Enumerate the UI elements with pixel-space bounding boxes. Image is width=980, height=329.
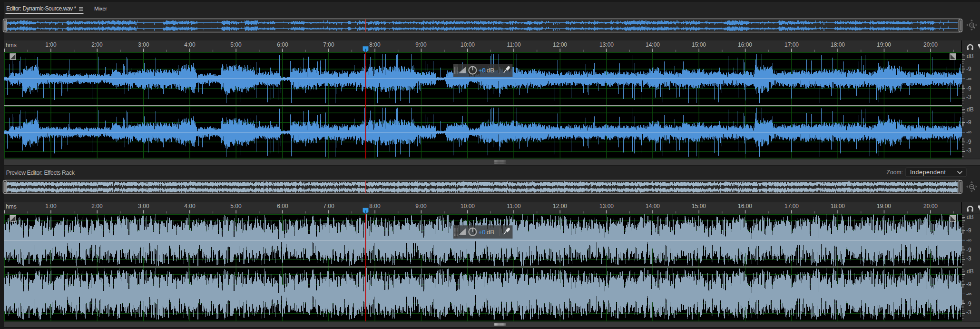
svg-text:13:00: 13:00	[599, 203, 614, 209]
svg-text:-3: -3	[966, 309, 971, 316]
svg-text:dB: dB	[967, 268, 974, 275]
svg-text:hms: hms	[6, 42, 17, 49]
svg-text:-9: -9	[966, 139, 971, 145]
svg-text:11:00: 11:00	[507, 41, 520, 48]
svg-text:hms: hms	[6, 203, 17, 210]
svg-text:11:00: 11:00	[507, 203, 520, 209]
svg-text:-∞: -∞	[966, 129, 972, 135]
svg-text:-∞: -∞	[966, 76, 972, 81]
svg-text:16:00: 16:00	[738, 203, 752, 209]
svg-text:-9: -9	[966, 66, 971, 72]
svg-text:18:00: 18:00	[831, 41, 845, 48]
svg-text:Preview Editor: Effects Rack: Preview Editor: Effects Rack	[6, 169, 75, 176]
svg-text:6:00: 6:00	[277, 203, 288, 209]
svg-text:17:00: 17:00	[784, 203, 799, 209]
svg-text:4:00: 4:00	[184, 41, 196, 48]
svg-text:Zoom:: Zoom:	[886, 169, 903, 176]
svg-text:2:00: 2:00	[91, 41, 103, 48]
svg-text:10:00: 10:00	[461, 41, 475, 48]
svg-text:18:00: 18:00	[831, 203, 845, 209]
svg-text:1:00: 1:00	[45, 41, 57, 48]
svg-text:16:00: 16:00	[738, 41, 752, 48]
svg-text:-9: -9	[966, 227, 971, 234]
svg-text:-9: -9	[966, 300, 971, 307]
svg-text:-3: -3	[966, 94, 971, 100]
svg-text:dB: dB	[487, 67, 494, 74]
svg-text:9:00: 9:00	[415, 203, 427, 209]
svg-text:+0: +0	[479, 67, 486, 74]
svg-text:19:00: 19:00	[877, 41, 891, 48]
svg-text:dB: dB	[967, 214, 974, 220]
svg-text:-9: -9	[966, 281, 971, 288]
svg-text:13:00: 13:00	[599, 41, 614, 48]
svg-text:1:00: 1:00	[45, 203, 57, 209]
svg-text:8:00: 8:00	[369, 203, 381, 209]
svg-text:dB: dB	[967, 106, 974, 113]
svg-text:8:00: 8:00	[369, 41, 381, 48]
svg-text:14:00: 14:00	[646, 203, 660, 209]
svg-text:20:00: 20:00	[923, 203, 938, 209]
svg-text:-3: -3	[966, 147, 971, 154]
svg-text:Editor: Dynamic-Source.wav *: Editor: Dynamic-Source.wav *	[6, 5, 77, 12]
svg-text:10:00: 10:00	[461, 203, 475, 209]
svg-text:+0: +0	[479, 229, 486, 236]
svg-text:4:00: 4:00	[184, 203, 196, 209]
svg-text:Independent: Independent	[910, 169, 946, 176]
svg-text:19:00: 19:00	[877, 203, 891, 209]
svg-text:-∞: -∞	[966, 237, 972, 243]
svg-text:12:00: 12:00	[553, 203, 567, 209]
svg-text:dB: dB	[967, 53, 974, 60]
svg-text:7:00: 7:00	[323, 41, 334, 48]
svg-text:5:00: 5:00	[230, 41, 242, 48]
svg-text:Mixer: Mixer	[94, 5, 107, 11]
svg-text:15:00: 15:00	[692, 41, 706, 48]
svg-text:17:00: 17:00	[784, 41, 799, 48]
svg-text:dB: dB	[487, 229, 494, 236]
svg-text:-3: -3	[966, 255, 971, 262]
svg-text:14:00: 14:00	[646, 41, 660, 48]
svg-text:5:00: 5:00	[230, 203, 242, 209]
svg-text:2:00: 2:00	[91, 203, 103, 209]
svg-text:-∞: -∞	[966, 291, 972, 297]
svg-text:12:00: 12:00	[553, 41, 567, 48]
svg-text:6:00: 6:00	[277, 41, 288, 48]
svg-text:-9: -9	[966, 119, 971, 126]
svg-text:-9: -9	[966, 85, 971, 92]
svg-text:3:00: 3:00	[138, 41, 149, 48]
svg-text:-9: -9	[966, 247, 971, 253]
svg-text:3:00: 3:00	[138, 203, 149, 209]
svg-text:20:00: 20:00	[923, 41, 938, 48]
svg-text:15:00: 15:00	[692, 203, 706, 209]
svg-text:7:00: 7:00	[323, 203, 334, 209]
svg-text:9:00: 9:00	[415, 41, 427, 48]
